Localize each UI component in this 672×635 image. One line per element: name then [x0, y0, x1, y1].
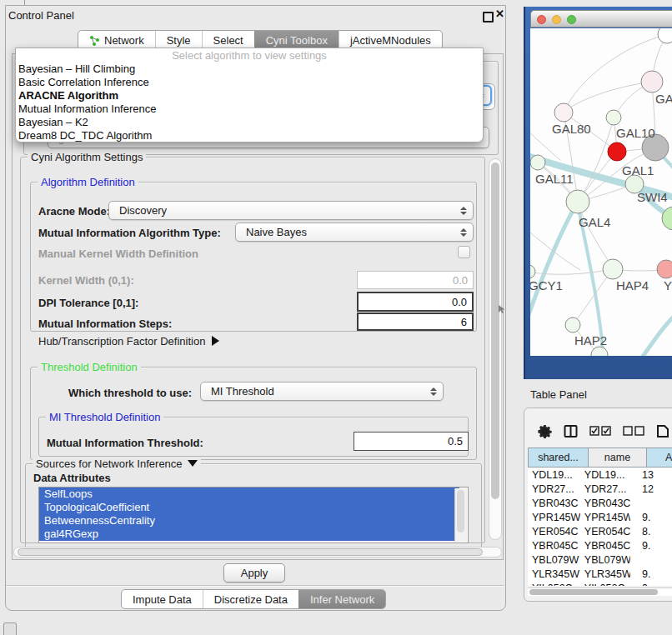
dpi-tolerance-input[interactable]: 0.0	[357, 292, 474, 312]
checked-boxes-icon[interactable]	[589, 426, 611, 436]
collapsed-arrow-right-icon[interactable]	[212, 336, 219, 346]
dropdown-option-aracne-algorithm[interactable]: ARACNE Algorithm	[16, 89, 483, 102]
tab-cyni-toolbox[interactable]: Cyni Toolbox	[254, 31, 339, 49]
minimize-button[interactable]	[552, 15, 561, 24]
hub-definition-expander[interactable]: Hub/Transcription Factor Definition	[38, 335, 219, 348]
zoom-button[interactable]	[567, 15, 576, 24]
network-edge[interactable]	[530, 202, 578, 324]
attribute-item-selfloops[interactable]: SelfLoops	[39, 488, 459, 501]
table-cell: 9.	[630, 512, 672, 523]
table-row[interactable]: YBR045CYBR045C9.	[528, 538, 672, 552]
dropdown-option-bayesian-k2[interactable]: Bayesian – K2	[16, 116, 483, 129]
apply-button[interactable]: Apply	[223, 563, 285, 582]
mi-steps-label: Mutual Information Steps:	[38, 318, 172, 330]
table-cell: YDL19...	[528, 469, 580, 481]
attribute-item-betweennesscentrality[interactable]: BetweennessCentrality	[39, 514, 459, 528]
network-window-titlebar[interactable]	[530, 10, 672, 28]
tab-select[interactable]: Select	[202, 31, 254, 49]
expanded-arrow-down-icon[interactable]	[188, 460, 198, 467]
tab-discretize-data[interactable]: Discretize Data	[203, 590, 298, 608]
column-header-a[interactable]: A	[647, 448, 672, 468]
mi-threshold-value: 0.5	[448, 435, 463, 448]
dropdown-option-dream8-dc-tdc-algorithm[interactable]: Dream8 DC_TDC Algorithm	[16, 129, 483, 142]
table-row[interactable]: YDR27...YDR27...12	[528, 482, 672, 496]
table-cell: 9.	[630, 540, 672, 552]
which-threshold-combo[interactable]: MI Threshold	[200, 382, 444, 401]
dropdown-option-basic-correlation-inference[interactable]: Basic Correlation Inference	[16, 76, 483, 89]
table-horizontal-scrollbar[interactable]	[528, 588, 672, 596]
network-node[interactable]	[658, 28, 672, 43]
tab-label: jActiveMNodules	[350, 34, 431, 47]
data-attributes-label: Data Attributes	[33, 472, 111, 484]
network-node[interactable]	[606, 110, 621, 125]
tab-network[interactable]: Network	[78, 31, 155, 49]
manual-kernel-checkbox[interactable]	[458, 246, 470, 258]
mi-type-combo[interactable]: Naive Bayes	[235, 222, 474, 242]
tab-style[interactable]: Style	[155, 31, 202, 49]
node-label-gal80: GAL80	[552, 122, 591, 136]
table-cell: YBR045C	[528, 540, 580, 552]
columns-icon[interactable]	[564, 424, 578, 438]
mi-steps-value: 6	[461, 316, 467, 328]
mi-threshold-definition-title: MI Threshold Definition	[46, 411, 163, 423]
kernel-width-input[interactable]: 0.0	[357, 271, 474, 289]
gear-icon[interactable]	[538, 424, 552, 438]
table-hscroll-thumb[interactable]	[529, 589, 658, 595]
attribute-item-gal4rgexp[interactable]: gal4RGexp	[39, 528, 459, 541]
network-node[interactable]	[657, 260, 672, 278]
table-row[interactable]: YIL052CYIL052C9	[528, 581, 672, 586]
table-row[interactable]: YPR145WYPR145W9.	[528, 510, 672, 524]
network-node[interactable]	[641, 71, 663, 92]
sources-title: Sources for Network Inference	[33, 458, 201, 470]
horizontal-scrollbar-thumb[interactable]	[18, 548, 483, 556]
vertical-scrollbar-thumb[interactable]	[491, 162, 499, 499]
table-body[interactable]: YDL19...YDL19...13YDR27...YDR27...12YBR0…	[528, 468, 672, 586]
network-edge[interactable]	[565, 82, 652, 111]
network-node[interactable]	[565, 318, 580, 332]
which-threshold-label: Which threshold to use:	[68, 387, 192, 399]
network-node[interactable]	[530, 155, 545, 170]
unchecked-boxes-icon[interactable]	[623, 426, 644, 436]
table-cell: 9.	[630, 568, 672, 580]
cyni-settings-title: Cyni Algorithm Settings	[28, 151, 146, 163]
table-row[interactable]: YLR345WYLR345W9.	[528, 567, 672, 581]
column-header-shared[interactable]: shared...	[528, 448, 589, 468]
collapsed-panel-icon[interactable]	[3, 622, 17, 635]
dropdown-option-bayesian-hill-climbing[interactable]: Bayesian – Hill Climbing	[16, 62, 483, 76]
network-node[interactable]	[608, 142, 626, 161]
network-edge[interactable]	[640, 310, 672, 356]
attribute-item-topologicalcoefficient[interactable]: TopologicalCoefficient	[39, 501, 459, 514]
hub-definition-label: Hub/Transcription Factor Definition	[38, 335, 205, 348]
network-node[interactable]	[566, 190, 589, 213]
list-scrollbar[interactable]	[454, 488, 467, 542]
kernel-width-value: 0.0	[453, 274, 468, 287]
node-label-swi4: SWI4	[637, 190, 668, 204]
table-row[interactable]: YBL079WYBL079W	[528, 552, 672, 567]
node-label-gal: GAL	[655, 92, 672, 106]
column-header-name[interactable]: name	[589, 448, 647, 468]
mi-threshold-input[interactable]: 0.5	[354, 432, 469, 451]
network-edge[interactable]	[530, 270, 607, 274]
close-icon[interactable]: ✕	[495, 8, 504, 20]
partial-doc-icon[interactable]	[656, 424, 669, 438]
vertical-scrollbar[interactable]	[489, 158, 502, 540]
float-window-icon[interactable]	[483, 12, 494, 22]
network-node[interactable]	[530, 265, 535, 278]
close-button[interactable]	[537, 15, 546, 24]
tab-infer-network[interactable]: Infer Network	[298, 590, 385, 608]
dropdown-option-mutual-information-inference[interactable]: Mutual Information Inference	[16, 102, 483, 116]
tab-impute-data[interactable]: Impute Data	[122, 590, 203, 608]
kernel-width-label: Kernel Width (0,1):	[38, 274, 134, 287]
data-attributes-list[interactable]: SelfLoopsTopologicalCoefficientBetweenne…	[38, 487, 469, 543]
table-row[interactable]: YBR043CYBR043C	[528, 496, 672, 510]
network-node[interactable]	[554, 103, 573, 122]
network-canvas[interactable]: GALGAL80GAL10GAL1GAL11GAL4SWI4GCY1HAP4YH…	[530, 28, 672, 356]
aracne-mode-combo[interactable]: Discovery	[108, 201, 474, 220]
which-threshold-value: MI Threshold	[211, 385, 274, 398]
table-row[interactable]: YER054CYER054C8.	[528, 524, 672, 538]
mi-steps-input[interactable]: 6	[357, 312, 474, 331]
table-row[interactable]: YDL19...YDL19...13	[528, 468, 672, 482]
network-node[interactable]	[603, 259, 623, 279]
tab-jactivemnodules[interactable]: jActiveMNodules	[339, 31, 442, 49]
horizontal-scrollbar[interactable]	[13, 547, 502, 558]
